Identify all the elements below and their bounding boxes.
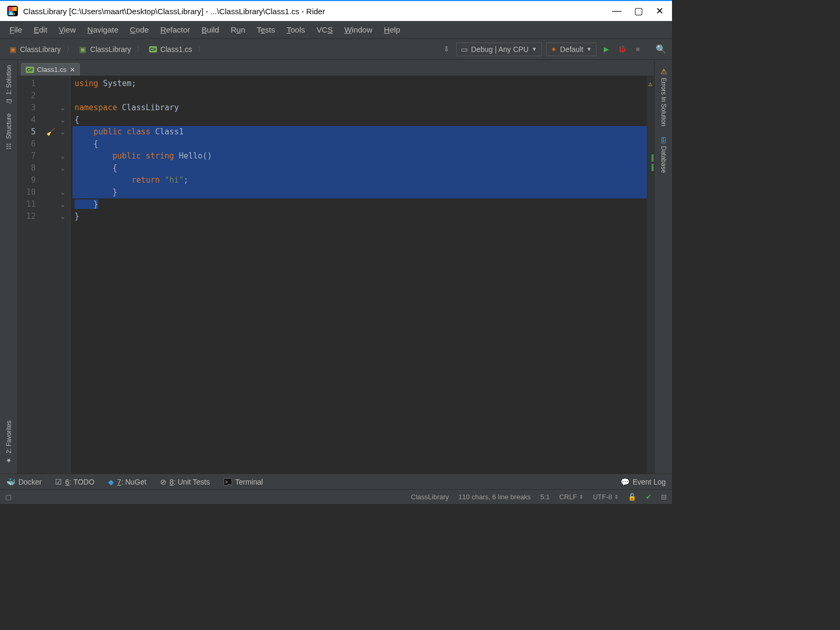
status-memory-icon[interactable]: ⊟	[661, 493, 667, 501]
close-tab-icon[interactable]: ✕	[70, 66, 75, 74]
tool-window-errors[interactable]: ⚠Errors In Solution	[659, 64, 668, 130]
gutter-marks: ⌄⌄🧹⌄⌄⌄⌄⌄⌄	[40, 76, 70, 474]
run-profile-selector[interactable]: ✴Default▼	[546, 43, 596, 56]
editor-tabs: C# Class1.cs ✕	[18, 60, 654, 76]
tool-window-errors-label: Errors In Solution	[660, 78, 667, 127]
window-titlebar: RD ClassLibrary [C:\Users\maart\Desktop\…	[0, 0, 672, 21]
nuget-icon: ◆	[108, 478, 114, 486]
terminal-icon: >_	[224, 478, 232, 486]
editor-tab-active[interactable]: C# Class1.cs ✕	[21, 63, 80, 76]
line-number-gutter: 123456789101112	[18, 76, 40, 474]
breadcrumb-file[interactable]: C#Class1.cs	[146, 44, 195, 55]
bottom-tool-bar: 🐳Docker ☑6: TODO ◆7: NuGet ⊘8: Unit Test…	[0, 474, 672, 489]
breadcrumb: ▣ClassLibrary 〉 ▣ClassLibrary 〉 C#Class1…	[5, 44, 440, 55]
app-icon: RD	[6, 5, 19, 17]
tool-window-unit-tests[interactable]: ⊘8: Unit Tests	[160, 478, 210, 486]
chevron-right-icon: 〉	[197, 45, 205, 54]
editor-area: C# Class1.cs ✕ 123456789101112 ⌄⌄🧹⌄⌄⌄⌄⌄⌄…	[18, 60, 654, 474]
run-config-selector[interactable]: ▭Debug | Any CPU▼	[456, 43, 541, 56]
code-content[interactable]: using System; namespace ClassLibrary{ pu…	[70, 76, 647, 474]
tool-window-solution-label: 1: Solution	[5, 65, 13, 95]
run-profile-label: Default	[560, 45, 583, 54]
minimize-button[interactable]: —	[612, 5, 622, 17]
menu-window[interactable]: Window	[340, 23, 376, 36]
menu-navigate[interactable]: Navigate	[83, 23, 122, 36]
maximize-button[interactable]: ▢	[634, 5, 643, 17]
tool-window-database[interactable]: 🗄Database	[660, 134, 667, 176]
close-button[interactable]: ✕	[656, 5, 664, 17]
tool-windows-toggle-icon[interactable]: ▢	[5, 493, 18, 501]
fold-icon[interactable]: ⌄	[61, 186, 65, 198]
menu-help[interactable]: Help	[380, 23, 404, 36]
breadcrumb-project-label: ClassLibrary	[90, 45, 131, 54]
status-caret-position[interactable]: 5:1	[540, 493, 550, 501]
menu-code[interactable]: Code	[126, 23, 153, 36]
fold-icon[interactable]: ⌄	[61, 150, 65, 162]
stop-button[interactable]: ■	[632, 44, 644, 55]
menu-edit[interactable]: Edit	[29, 23, 51, 36]
debug-button[interactable]: 🐞	[616, 44, 628, 55]
error-stripe[interactable]: ⚠	[647, 76, 654, 474]
status-inspection-icon[interactable]: ✔	[646, 493, 652, 501]
solution-icon: ▣	[8, 45, 17, 54]
fold-icon[interactable]: ⌄	[61, 102, 65, 114]
fold-icon[interactable]: ⌄	[61, 126, 65, 138]
tool-window-solution[interactable]: 🗂1: Solution	[5, 62, 13, 108]
status-readonly-icon[interactable]: 🔓	[628, 493, 636, 501]
menu-refactor[interactable]: Refactor	[156, 23, 194, 36]
status-selection-info: 110 chars, 6 line breaks	[458, 493, 531, 501]
menu-tests[interactable]: Tests	[253, 23, 279, 36]
tool-window-docker[interactable]: 🐳Docker	[6, 478, 41, 486]
search-everywhere-button[interactable]: 🔍	[655, 44, 667, 55]
tool-window-todo[interactable]: ☑6: TODO	[55, 478, 94, 486]
status-file-encoding[interactable]: UTF-8⇕	[593, 493, 618, 501]
speech-bubble-icon: 💬	[621, 478, 629, 486]
run-button[interactable]: ▶	[601, 44, 612, 55]
status-context[interactable]: ClassLibrary	[411, 493, 449, 501]
tool-window-docker-label: Docker	[18, 478, 41, 486]
run-config-label: Debug | Any CPU	[471, 45, 528, 54]
tool-window-unit-tests-label: 8: Unit Tests	[170, 478, 210, 486]
tool-window-event-log[interactable]: 💬Event Log	[621, 478, 666, 486]
menu-tools[interactable]: Tools	[282, 23, 309, 36]
updown-icon: ⇕	[614, 494, 618, 500]
stripe-marker[interactable]	[652, 154, 654, 162]
menu-file[interactable]: File	[5, 23, 26, 36]
status-bar: ▢ ClassLibrary 110 chars, 6 line breaks …	[0, 489, 672, 504]
fold-icon[interactable]: ⌄	[61, 114, 65, 126]
chevron-right-icon: 〉	[136, 45, 144, 54]
tool-window-nuget[interactable]: ◆7: NuGet	[108, 478, 146, 486]
breadcrumb-solution-label: ClassLibrary	[20, 45, 61, 54]
status-line-separator[interactable]: CRLF⇕	[559, 493, 583, 501]
menu-vcs[interactable]: VCS	[312, 23, 337, 36]
fold-icon[interactable]: ⌄	[61, 211, 65, 223]
breadcrumb-project[interactable]: ▣ClassLibrary	[76, 44, 134, 55]
chevron-down-icon: ▼	[586, 46, 592, 52]
build-icon[interactable]: ⇩	[440, 44, 452, 55]
navigation-toolbar: ▣ClassLibrary 〉 ▣ClassLibrary 〉 C#Class1…	[0, 39, 672, 60]
fold-icon[interactable]: ⌄	[61, 198, 65, 211]
menu-run[interactable]: Run	[226, 23, 249, 36]
breadcrumb-solution[interactable]: ▣ClassLibrary	[5, 44, 64, 55]
warning-icon[interactable]: ⚠	[647, 78, 654, 90]
code-editor[interactable]: 123456789101112 ⌄⌄🧹⌄⌄⌄⌄⌄⌄ using System; …	[18, 76, 654, 474]
tool-window-nuget-label: 7: NuGet	[117, 478, 146, 486]
fold-icon[interactable]: ⌄	[61, 162, 65, 174]
svg-text:RD: RD	[9, 12, 15, 16]
breadcrumb-file-label: Class1.cs	[160, 45, 192, 54]
database-icon: 🗄	[660, 137, 667, 144]
tool-window-terminal[interactable]: >_Terminal	[224, 478, 263, 486]
warning-icon: ⚠	[659, 67, 668, 76]
checklist-icon: ☑	[55, 478, 62, 486]
tool-window-database-label: Database	[660, 146, 667, 173]
tool-window-favorites-label: 2: Favorites	[5, 421, 13, 454]
menu-view[interactable]: View	[55, 23, 80, 36]
code-cleanup-icon[interactable]: 🧹	[46, 126, 55, 138]
tool-window-favorites[interactable]: ★2: Favorites	[5, 417, 13, 467]
tool-window-structure[interactable]: ☷Structure	[5, 110, 13, 153]
stripe-marker[interactable]	[652, 164, 654, 171]
chevron-down-icon: ▼	[532, 46, 537, 52]
tool-window-terminal-label: Terminal	[235, 478, 263, 486]
csharp-file-icon: C#	[149, 46, 158, 52]
menu-build[interactable]: Build	[197, 23, 223, 36]
